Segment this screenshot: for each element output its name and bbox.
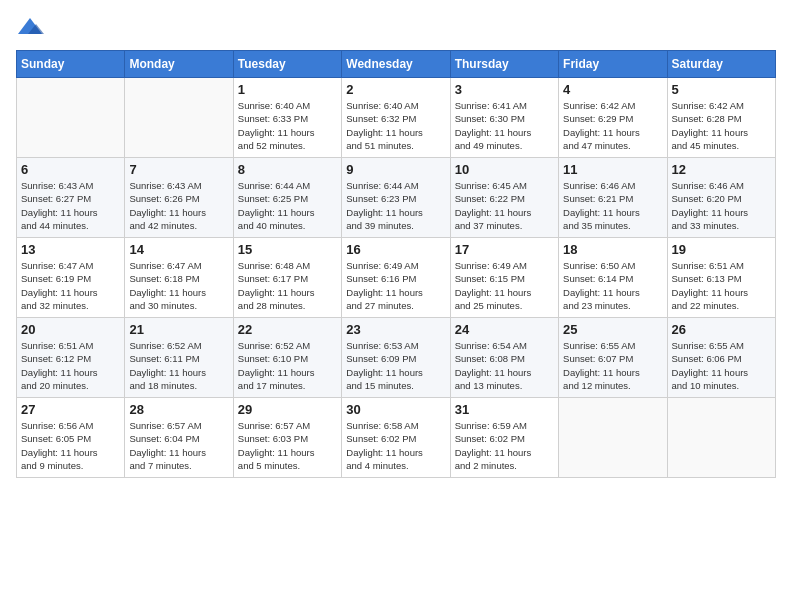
day-info: Sunrise: 6:46 AM Sunset: 6:21 PM Dayligh… (563, 179, 662, 232)
day-number: 3 (455, 82, 554, 97)
week-row-3: 13Sunrise: 6:47 AM Sunset: 6:19 PM Dayli… (17, 238, 776, 318)
day-cell: 17Sunrise: 6:49 AM Sunset: 6:15 PM Dayli… (450, 238, 558, 318)
day-number: 30 (346, 402, 445, 417)
day-number: 11 (563, 162, 662, 177)
day-number: 23 (346, 322, 445, 337)
day-cell: 19Sunrise: 6:51 AM Sunset: 6:13 PM Dayli… (667, 238, 775, 318)
day-number: 26 (672, 322, 771, 337)
week-row-1: 1Sunrise: 6:40 AM Sunset: 6:33 PM Daylig… (17, 78, 776, 158)
day-cell (559, 398, 667, 478)
day-cell (17, 78, 125, 158)
day-cell: 30Sunrise: 6:58 AM Sunset: 6:02 PM Dayli… (342, 398, 450, 478)
day-info: Sunrise: 6:53 AM Sunset: 6:09 PM Dayligh… (346, 339, 445, 392)
day-info: Sunrise: 6:44 AM Sunset: 6:23 PM Dayligh… (346, 179, 445, 232)
day-info: Sunrise: 6:44 AM Sunset: 6:25 PM Dayligh… (238, 179, 337, 232)
day-info: Sunrise: 6:45 AM Sunset: 6:22 PM Dayligh… (455, 179, 554, 232)
day-number: 14 (129, 242, 228, 257)
day-cell (667, 398, 775, 478)
day-cell: 10Sunrise: 6:45 AM Sunset: 6:22 PM Dayli… (450, 158, 558, 238)
day-info: Sunrise: 6:47 AM Sunset: 6:19 PM Dayligh… (21, 259, 120, 312)
day-info: Sunrise: 6:49 AM Sunset: 6:16 PM Dayligh… (346, 259, 445, 312)
week-row-5: 27Sunrise: 6:56 AM Sunset: 6:05 PM Dayli… (17, 398, 776, 478)
day-cell: 13Sunrise: 6:47 AM Sunset: 6:19 PM Dayli… (17, 238, 125, 318)
day-info: Sunrise: 6:55 AM Sunset: 6:07 PM Dayligh… (563, 339, 662, 392)
day-info: Sunrise: 6:52 AM Sunset: 6:10 PM Dayligh… (238, 339, 337, 392)
day-info: Sunrise: 6:52 AM Sunset: 6:11 PM Dayligh… (129, 339, 228, 392)
day-number: 13 (21, 242, 120, 257)
day-cell: 26Sunrise: 6:55 AM Sunset: 6:06 PM Dayli… (667, 318, 775, 398)
day-cell: 5Sunrise: 6:42 AM Sunset: 6:28 PM Daylig… (667, 78, 775, 158)
day-number: 17 (455, 242, 554, 257)
day-cell: 1Sunrise: 6:40 AM Sunset: 6:33 PM Daylig… (233, 78, 341, 158)
day-number: 27 (21, 402, 120, 417)
day-cell: 15Sunrise: 6:48 AM Sunset: 6:17 PM Dayli… (233, 238, 341, 318)
day-cell: 16Sunrise: 6:49 AM Sunset: 6:16 PM Dayli… (342, 238, 450, 318)
day-info: Sunrise: 6:49 AM Sunset: 6:15 PM Dayligh… (455, 259, 554, 312)
day-info: Sunrise: 6:57 AM Sunset: 6:04 PM Dayligh… (129, 419, 228, 472)
day-info: Sunrise: 6:54 AM Sunset: 6:08 PM Dayligh… (455, 339, 554, 392)
day-number: 10 (455, 162, 554, 177)
day-number: 6 (21, 162, 120, 177)
week-row-4: 20Sunrise: 6:51 AM Sunset: 6:12 PM Dayli… (17, 318, 776, 398)
day-cell: 6Sunrise: 6:43 AM Sunset: 6:27 PM Daylig… (17, 158, 125, 238)
logo-icon (16, 16, 44, 38)
day-info: Sunrise: 6:47 AM Sunset: 6:18 PM Dayligh… (129, 259, 228, 312)
day-cell: 29Sunrise: 6:57 AM Sunset: 6:03 PM Dayli… (233, 398, 341, 478)
day-number: 31 (455, 402, 554, 417)
header-friday: Friday (559, 51, 667, 78)
day-info: Sunrise: 6:43 AM Sunset: 6:27 PM Dayligh… (21, 179, 120, 232)
day-info: Sunrise: 6:59 AM Sunset: 6:02 PM Dayligh… (455, 419, 554, 472)
day-number: 5 (672, 82, 771, 97)
day-number: 15 (238, 242, 337, 257)
day-info: Sunrise: 6:46 AM Sunset: 6:20 PM Dayligh… (672, 179, 771, 232)
day-info: Sunrise: 6:40 AM Sunset: 6:32 PM Dayligh… (346, 99, 445, 152)
day-info: Sunrise: 6:50 AM Sunset: 6:14 PM Dayligh… (563, 259, 662, 312)
week-row-2: 6Sunrise: 6:43 AM Sunset: 6:27 PM Daylig… (17, 158, 776, 238)
header-monday: Monday (125, 51, 233, 78)
day-number: 12 (672, 162, 771, 177)
day-info: Sunrise: 6:51 AM Sunset: 6:12 PM Dayligh… (21, 339, 120, 392)
day-info: Sunrise: 6:43 AM Sunset: 6:26 PM Dayligh… (129, 179, 228, 232)
day-cell: 24Sunrise: 6:54 AM Sunset: 6:08 PM Dayli… (450, 318, 558, 398)
day-number: 16 (346, 242, 445, 257)
day-number: 25 (563, 322, 662, 337)
day-number: 18 (563, 242, 662, 257)
day-cell: 2Sunrise: 6:40 AM Sunset: 6:32 PM Daylig… (342, 78, 450, 158)
day-cell: 21Sunrise: 6:52 AM Sunset: 6:11 PM Dayli… (125, 318, 233, 398)
day-cell: 28Sunrise: 6:57 AM Sunset: 6:04 PM Dayli… (125, 398, 233, 478)
day-info: Sunrise: 6:58 AM Sunset: 6:02 PM Dayligh… (346, 419, 445, 472)
day-info: Sunrise: 6:57 AM Sunset: 6:03 PM Dayligh… (238, 419, 337, 472)
day-number: 1 (238, 82, 337, 97)
day-cell: 7Sunrise: 6:43 AM Sunset: 6:26 PM Daylig… (125, 158, 233, 238)
day-info: Sunrise: 6:42 AM Sunset: 6:29 PM Dayligh… (563, 99, 662, 152)
day-cell: 31Sunrise: 6:59 AM Sunset: 6:02 PM Dayli… (450, 398, 558, 478)
day-cell: 25Sunrise: 6:55 AM Sunset: 6:07 PM Dayli… (559, 318, 667, 398)
header-sunday: Sunday (17, 51, 125, 78)
day-number: 29 (238, 402, 337, 417)
day-number: 20 (21, 322, 120, 337)
day-number: 22 (238, 322, 337, 337)
day-info: Sunrise: 6:51 AM Sunset: 6:13 PM Dayligh… (672, 259, 771, 312)
page-header (16, 16, 776, 38)
header-thursday: Thursday (450, 51, 558, 78)
day-number: 7 (129, 162, 228, 177)
day-info: Sunrise: 6:56 AM Sunset: 6:05 PM Dayligh… (21, 419, 120, 472)
day-cell: 9Sunrise: 6:44 AM Sunset: 6:23 PM Daylig… (342, 158, 450, 238)
day-info: Sunrise: 6:42 AM Sunset: 6:28 PM Dayligh… (672, 99, 771, 152)
day-cell: 8Sunrise: 6:44 AM Sunset: 6:25 PM Daylig… (233, 158, 341, 238)
day-info: Sunrise: 6:55 AM Sunset: 6:06 PM Dayligh… (672, 339, 771, 392)
logo (16, 16, 48, 38)
day-cell: 27Sunrise: 6:56 AM Sunset: 6:05 PM Dayli… (17, 398, 125, 478)
day-number: 8 (238, 162, 337, 177)
day-cell: 22Sunrise: 6:52 AM Sunset: 6:10 PM Dayli… (233, 318, 341, 398)
day-info: Sunrise: 6:48 AM Sunset: 6:17 PM Dayligh… (238, 259, 337, 312)
day-cell: 18Sunrise: 6:50 AM Sunset: 6:14 PM Dayli… (559, 238, 667, 318)
day-cell (125, 78, 233, 158)
day-number: 4 (563, 82, 662, 97)
day-cell: 14Sunrise: 6:47 AM Sunset: 6:18 PM Dayli… (125, 238, 233, 318)
header-wednesday: Wednesday (342, 51, 450, 78)
header-saturday: Saturday (667, 51, 775, 78)
day-number: 9 (346, 162, 445, 177)
day-number: 21 (129, 322, 228, 337)
day-cell: 23Sunrise: 6:53 AM Sunset: 6:09 PM Dayli… (342, 318, 450, 398)
